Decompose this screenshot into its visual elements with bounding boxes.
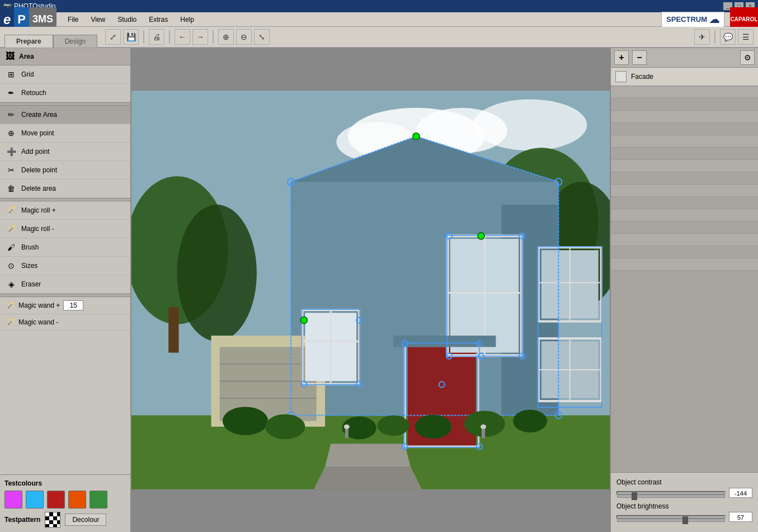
brightness-control: Object brightness 57 [616, 502, 752, 522]
svg-point-76 [481, 425, 486, 429]
magic-wand-plus-label: Magic wand + [18, 302, 60, 309]
toolbar: Prepare Design ⤢ 💾 🖨 ← → ⊕ ⊖ ⤡ ✈ 💬 ☰ [0, 27, 758, 48]
tool-move-point[interactable]: ⊕ Move point [0, 124, 130, 143]
tool-magic-wand-minus[interactable]: 🪄 Magic wand - [0, 314, 130, 331]
swatch-pink[interactable] [4, 491, 22, 509]
contrast-slider-track [616, 491, 726, 495]
send-btn[interactable]: ✈ [694, 29, 710, 45]
area-label: Area [19, 53, 34, 60]
magic-wand-minus-label: Magic wand - [18, 318, 58, 326]
add-layer-btn[interactable]: + [614, 50, 629, 65]
toolbar-sep-1 [143, 30, 144, 44]
forward-btn[interactable]: → [192, 29, 208, 45]
svg-point-69 [378, 415, 409, 436]
menu-btn[interactable]: ☰ [738, 29, 754, 45]
svg-point-62 [300, 317, 307, 323]
svg-point-55 [478, 233, 484, 239]
eraser-icon: ◈ [6, 279, 17, 290]
menu-view[interactable]: View [85, 14, 111, 25]
testcolours-label: Testcolours [4, 479, 126, 487]
zoom-in-btn[interactable]: ⊕ [218, 29, 234, 45]
retouch-label: Retouch [21, 89, 46, 97]
layers-main-area [611, 86, 758, 472]
tool-sizes[interactable]: ⊙ Sizes [0, 257, 130, 275]
tool-add-point[interactable]: ➕ Add point [0, 143, 130, 161]
tool-magic-roll-plus[interactable]: 🪄 Magic roll + [0, 201, 130, 220]
testpattern-row: Testpattern Decolour [4, 512, 126, 528]
svg-point-72 [513, 409, 547, 432]
menu-bar: e P 3MS File View Studio Extras Help SPE… [0, 12, 758, 27]
remove-layer-btn[interactable]: − [632, 50, 647, 65]
swatch-green[interactable] [90, 491, 107, 509]
tool-magic-roll-minus[interactable]: 🪄 Magic roll - [0, 220, 130, 238]
magic-wand-minus-icon: 🪄 [6, 318, 15, 327]
toolbar-sep-4 [714, 30, 715, 44]
back-btn[interactable]: ← [175, 29, 190, 45]
contrast-label: Object contrast [616, 478, 752, 486]
svg-point-66 [223, 407, 268, 435]
grid-icon: ⊞ [6, 69, 17, 80]
tool-delete-point[interactable]: ✂ Delete point [0, 161, 130, 180]
print-btn[interactable]: 🖨 [149, 29, 164, 45]
left-sidebar: 🖼 Area ⊞ Grid ✒ Retouch ✏ Create Ar [0, 48, 131, 532]
magic-roll-plus-label: Magic roll + [21, 206, 56, 214]
brightness-value: 57 [729, 512, 752, 522]
swatch-orange[interactable] [68, 491, 86, 509]
delete-area-icon: 🗑 [6, 183, 17, 194]
tool-retouch[interactable]: ✒ Retouch [0, 84, 130, 102]
menu-studio[interactable]: Studio [112, 14, 142, 25]
save-btn[interactable]: 💾 [123, 29, 139, 45]
tab-prepare[interactable]: Prepare [4, 35, 53, 48]
svg-point-46 [413, 133, 420, 140]
facade-layer-item[interactable]: Facade [611, 68, 758, 86]
decolour-button[interactable]: Decolour [65, 514, 106, 526]
magic-roll-minus-icon: 🪄 [6, 223, 17, 234]
testpattern-label: Testpattern [4, 516, 40, 524]
sizes-icon: ⊙ [6, 260, 17, 271]
settings-btn[interactable]: ⚙ [740, 50, 755, 65]
title-bar: 📷 PHOTOstudio _ □ × [0, 0, 758, 12]
svg-point-74 [344, 425, 350, 429]
create-area-label: Create Area [21, 111, 57, 119]
brightness-slider-track [616, 515, 726, 519]
retouch-icon: ✒ [6, 87, 17, 98]
tool-create-area[interactable]: ✏ Create Area [0, 106, 130, 124]
tool-eraser[interactable]: ◈ Eraser [0, 275, 130, 294]
svg-rect-10 [168, 307, 178, 352]
brightness-slider[interactable] [617, 519, 725, 522]
fit-btn[interactable]: ⤡ [254, 29, 270, 45]
tool-delete-area[interactable]: 🗑 Delete area [0, 180, 130, 198]
facade-label: Facade [631, 73, 653, 81]
main-layout: Prepare Design ⤢ 💾 🖨 ← → ⊕ ⊖ ⤡ ✈ 💬 ☰ 🖼 A… [0, 27, 758, 532]
menu-file[interactable]: File [62, 14, 84, 25]
bottom-controls: Object contrast -144 Object brightness [611, 472, 758, 532]
tab-design[interactable]: Design [53, 35, 97, 48]
facade-swatch [615, 71, 627, 82]
chat-btn[interactable]: 💬 [720, 29, 736, 45]
zoom-out-btn[interactable]: ⊖ [236, 29, 252, 45]
tool-magic-wand-plus[interactable]: 🪄 Magic wand + [0, 297, 130, 314]
tool-grid[interactable]: ⊞ Grid [0, 65, 130, 84]
tool-brush[interactable]: 🖌 Brush [0, 238, 130, 257]
menu-help[interactable]: Help [175, 14, 200, 25]
area-section-header[interactable]: 🖼 Area [0, 48, 130, 65]
menu-items: File View Studio Extras Help [57, 14, 205, 25]
move-point-icon: ⊕ [6, 128, 17, 139]
house-illustration [131, 48, 610, 532]
color-section: Testcolours Testpattern Decolour [0, 474, 130, 532]
export-btn[interactable]: ⤢ [105, 29, 121, 45]
svg-point-70 [415, 415, 451, 439]
swatch-blue[interactable] [26, 491, 44, 509]
swatch-red[interactable] [47, 491, 65, 509]
contrast-slider[interactable] [617, 495, 725, 498]
sizes-label: Sizes [21, 262, 37, 270]
magic-roll-minus-label: Magic roll - [21, 225, 54, 233]
right-toolbar: + − ⚙ [611, 48, 758, 68]
svg-marker-12 [314, 467, 422, 489]
brush-icon: 🖌 [6, 242, 17, 253]
menu-extras[interactable]: Extras [143, 14, 173, 25]
canvas-area[interactable] [131, 48, 610, 532]
magic-wand-value-input[interactable] [63, 300, 83, 310]
color-swatches [4, 491, 126, 509]
testpattern-icon[interactable] [45, 512, 60, 528]
